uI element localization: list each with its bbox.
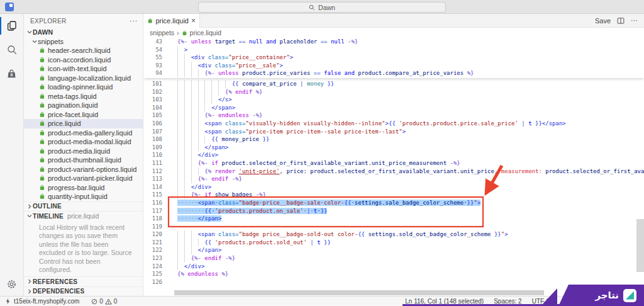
code-line[interactable]: 109</span> [143,144,644,152]
line-number[interactable]: 112 [143,167,165,176]
tree-folder-snippets[interactable]: snippets [24,37,143,47]
section-dependencies[interactable]: DEPENDENCIES [24,286,143,297]
split-editor-icon[interactable] [617,17,625,25]
file-tree-item[interactable]: product-media-gallery.liquid [24,128,143,138]
code-line[interactable]: 124</div> [143,263,644,271]
more-actions-icon[interactable]: ⋯ [631,16,638,25]
line-number[interactable]: 55 [143,54,165,62]
line-number[interactable]: 115 [143,191,165,199]
line-number[interactable]: 121 [143,239,165,247]
code-line[interactable]: 101{{ compare_at_price | money }} [143,80,644,88]
file-tree-item[interactable]: product-variant-options.liquid [24,165,143,174]
code-line[interactable]: 123{%- endif -%} [143,254,644,263]
code-line[interactable]: 117········{{·'products.product.on_sale'… [143,207,644,215]
explorer-more-actions[interactable]: ··· [130,16,138,25]
tab-price-liquid[interactable]: price.liquid × [143,14,200,28]
line-number[interactable]: 114 [143,183,165,191]
line-number[interactable]: 119 [143,223,165,231]
line-number[interactable]: 93 [143,62,165,70]
breadcrumb-folder[interactable]: snippets [150,29,174,37]
remote-host-label[interactable]: t15eix-ft.myshopify.com [14,298,79,305]
vertical-scrollbar[interactable] [636,219,644,272]
section-outline[interactable]: OUTLINE [24,201,143,212]
search-view-icon[interactable] [0,38,24,62]
line-number[interactable]: 118 [143,215,165,223]
file-tree-item[interactable]: language-localization.liquid [24,74,143,83]
code-line[interactable]: 111{%- if product.selected_or_first_avai… [143,159,644,167]
line-number[interactable]: 109 [143,144,165,152]
code-line[interactable]: 113{%- endif -%} [143,175,644,183]
line-number[interactable]: 110 [143,151,165,159]
command-center-search[interactable]: Dawn [198,2,446,13]
code-line[interactable]: 105{%- endunless -%} [143,111,644,120]
code-line[interactable]: 119 [143,223,644,231]
line-number[interactable]: 101 [143,80,165,88]
line-number[interactable]: 103 [143,96,165,104]
close-icon[interactable]: × [191,17,196,25]
code-line[interactable]: 121{{ 'products.product.sold_out' | t }} [143,239,644,247]
explorer-icon[interactable] [0,14,24,38]
file-tree-item[interactable]: pagination.liquid [24,101,143,110]
code-line[interactable]: 122</span> [143,246,644,254]
code-line[interactable]: 93<div class="price__sale"> [143,62,644,70]
line-number[interactable]: 106 [143,120,165,128]
line-number[interactable]: 126 [143,278,165,286]
line-number[interactable]: 108 [143,135,165,144]
code-line[interactable]: 107<span class="price-item price-item--s… [143,128,644,136]
section-references[interactable]: REFERENCES [24,276,143,286]
file-tree-item[interactable]: meta-tags.liquid [24,92,143,101]
line-number[interactable]: 116 [143,199,165,207]
code-line[interactable]: 103</s> [143,96,644,104]
line-number[interactable]: 117 [143,207,165,215]
file-tree-item[interactable]: icon-with-text.liquid [24,64,143,74]
file-tree-item[interactable]: price.liquid [24,119,143,128]
line-number[interactable]: 102 [143,88,165,96]
code-line[interactable]: 54> [143,46,644,54]
code-line[interactable]: 114</div> [143,183,644,191]
line-number[interactable]: 111 [143,159,165,167]
code-line[interactable]: 120<span class="badge price__badge-sold-… [143,230,644,239]
code-line[interactable]: 108{{ money_price }} [143,135,644,144]
file-tree-item[interactable]: loading-spinner.liquid [24,82,143,92]
file-tree-item[interactable]: quantity-input.liquid [24,192,143,201]
code-line[interactable]: 112{% render 'unit-price', price: produc… [143,167,644,176]
problems-indicator[interactable]: 0 0 [91,298,117,305]
line-number[interactable]: 43 [143,38,165,46]
file-tree-item[interactable]: header-search.liquid [24,46,143,55]
line-number[interactable]: 125 [143,270,165,278]
code-line[interactable]: 55<div class="price__container"> [143,54,644,62]
line-number[interactable]: 122 [143,246,165,254]
code-line[interactable]: 110</div> [143,151,644,159]
line-number[interactable]: 120 [143,230,165,239]
code-line[interactable]: 43{%- unless target == null and placehol… [143,38,644,46]
section-timeline[interactable]: TIMELINE price.liquid [24,211,143,221]
code-line[interactable]: 115{%- if show_badges -%} [143,191,644,199]
file-tree-item[interactable]: icon-accordion.liquid [24,55,143,65]
line-number[interactable]: 54 [143,46,165,54]
line-number[interactable]: 124 [143,263,165,271]
file-tree-item[interactable]: product-variant-picker.liquid [24,174,143,183]
code-line[interactable]: 106<span class="visually-hidden visually… [143,120,644,128]
code-line[interactable]: 118······</span> [143,215,644,223]
tree-root-dawn[interactable]: DAWN [24,28,143,37]
horizontal-scrollbar[interactable] [174,290,544,295]
file-tree-item[interactable]: product-media-modal.liquid [24,137,143,147]
line-number[interactable]: 105 [143,111,165,120]
file-tree-item[interactable]: product-thumbnail.liquid [24,156,143,165]
file-tree-item[interactable]: price-facet.liquid [24,110,143,120]
code-line[interactable]: 104</span> [143,104,644,112]
line-number[interactable]: 107 [143,128,165,136]
line-number[interactable]: 113 [143,175,165,183]
code-line[interactable]: 102{% endif %} [143,88,644,96]
code-area[interactable]: 43{%- unless target == null and placehol… [143,38,644,296]
code-line[interactable]: 125{% endunless %} [143,270,644,278]
save-button[interactable]: Save [595,17,611,25]
file-tree-item[interactable]: product-media.liquid [24,147,143,156]
shopify-extension-icon[interactable]: S [0,62,24,86]
line-number[interactable]: 94 [143,69,165,77]
breadcrumb-file[interactable]: price.liquid [190,29,221,37]
file-tree-item[interactable]: progress-bar.liquid [24,183,143,193]
code-line[interactable]: 94{%- unless product.price_varies == fal… [143,69,644,77]
settings-gear-icon[interactable] [0,272,24,296]
line-number[interactable]: 123 [143,254,165,263]
